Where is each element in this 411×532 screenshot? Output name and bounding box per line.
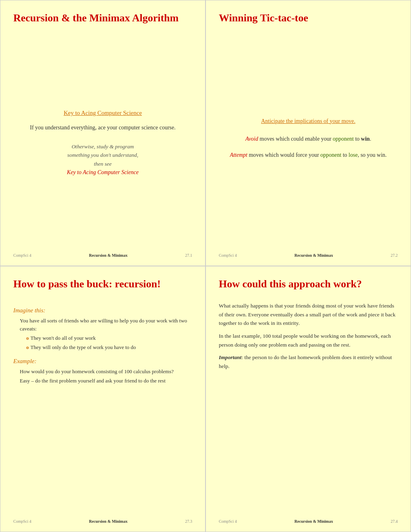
slide-2-footer-title: Recursion & Minimax [295, 253, 333, 258]
slide-3-footer-course: CompSci 4 [13, 519, 31, 524]
slide-1-footer-course: CompSci 4 [13, 253, 31, 258]
slide-4-title: How could this approach work? [219, 278, 398, 290]
slide-1-key-link: Key to Acing Computer Science [64, 108, 142, 118]
slide-2-opponent1: opponent [333, 136, 354, 142]
slide-3-footer-num: 27.3 [185, 519, 193, 524]
slide-1: Recursion & the Minimax Algorithm Key to… [0, 0, 206, 266]
slide-4-footer-num: 27.4 [391, 519, 398, 524]
slide-4-para1: What actually happens is that your frien… [219, 301, 398, 328]
slide-2-avoid: Avoid [245, 136, 258, 142]
slide-3-title: How to pass the buck: recursion! [13, 278, 192, 290]
slide-4-para3: Important: the person to do the last hom… [219, 353, 398, 370]
slide-2-para2: Attempt moves which would force your opp… [230, 151, 386, 160]
slide-4-important-word: Important [219, 354, 241, 360]
slide-2-para1: Avoid moves which could enable your oppo… [245, 135, 371, 143]
slide-3-s2-text2: Easy – do the first problem yourself and… [20, 377, 166, 385]
slide-3: How to pass the buck: recursion! Imagine… [0, 266, 206, 532]
slide-4-footer-course: CompSci 4 [219, 519, 237, 524]
slide-3-s1-text1: You have all sorts of friends who are wi… [20, 317, 192, 333]
slide-3-s2-text1: How would you do your homework consistin… [20, 368, 174, 376]
slide-2-footer: CompSci 4 Recursion & Minimax 27.2 [219, 251, 398, 258]
slide-3-bullet1: o They won't do all of your work [26, 334, 95, 342]
slide-3-imagine-title: Imagine this: [13, 305, 46, 315]
slide-3-bullet1-o: o [26, 334, 29, 342]
slide-4-footer-title: Recursion & Minimax [295, 519, 333, 524]
slide-2-link: Anticipate the implications of your move… [261, 117, 355, 126]
slide-2-attempt: Attempt [230, 152, 247, 158]
slide-3-footer-title: Recursion & Minimax [89, 519, 128, 524]
slide-1-red-link: Key to Acing Computer Science [67, 169, 139, 175]
slide-2-title: Winning Tic-tac-toe [219, 12, 398, 24]
slide-3-footer: CompSci 4 Recursion & Minimax 27.3 [13, 517, 192, 524]
slide-1-footer-title: Recursion & Minimax [89, 253, 128, 258]
slide-1-italic1: Otherwise, study & program something you… [67, 142, 139, 177]
slide-3-body: Imagine this: You have all sorts of frie… [13, 297, 192, 514]
slide-1-footer-num: 27.1 [185, 253, 193, 258]
slide-1-title: Recursion & the Minimax Algorithm [13, 12, 192, 24]
slide-1-para1: If you understand everything, ace your c… [30, 123, 176, 132]
slide-4-body: What actually happens is that your frien… [219, 297, 398, 514]
slide-3-bullet2-o: o [26, 343, 29, 351]
slide-2-footer-course: CompSci 4 [219, 253, 237, 258]
slide-2: Winning Tic-tac-toe Anticipate the impli… [206, 0, 411, 266]
slide-2-body: Anticipate the implications of your move… [219, 31, 398, 248]
slide-3-example-title: Example: [13, 356, 36, 366]
slide-4: How could this approach work? What actua… [206, 266, 411, 532]
slide-2-footer-num: 27.2 [391, 253, 398, 258]
slide-3-bullet2: o They will only do the type of work you… [26, 343, 136, 351]
slide-2-lose: lose [349, 152, 358, 158]
slide-4-footer: CompSci 4 Recursion & Minimax 27.4 [219, 517, 398, 524]
slide-2-opponent2: opponent [320, 152, 341, 158]
slide-1-footer: CompSci 4 Recursion & Minimax 27.1 [13, 251, 192, 258]
slide-1-body: Key to Acing Computer Science If you und… [13, 31, 192, 248]
slide-4-para2: In the last example, 100 total people wo… [219, 332, 398, 349]
